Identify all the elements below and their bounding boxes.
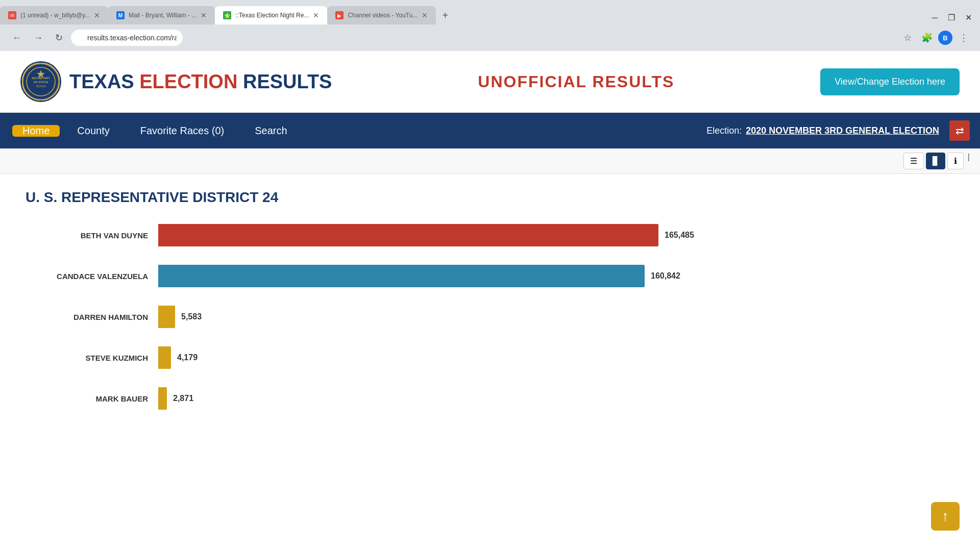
- minimize-button[interactable]: ─: [928, 11, 942, 24]
- seal-svg: SECRETARY OF STATE TEXAS: [22, 63, 60, 101]
- tab-3-title: ::Texas Election Night Re...: [235, 12, 309, 19]
- candidate-name-2: DARREN HAMILTON: [26, 313, 158, 321]
- info-view-button[interactable]: ℹ: [947, 153, 964, 169]
- nav-search-label: Search: [255, 125, 287, 137]
- maximize-button[interactable]: ❐: [944, 11, 959, 24]
- tab-3-favicon: ⭐: [223, 11, 231, 19]
- tab-2-favicon: M: [116, 11, 125, 19]
- tab-1[interactable]: ✉ (1 unread) - w_billyb@y... ✕: [0, 6, 108, 24]
- candidate-name-4: MARK BAUER: [26, 394, 158, 403]
- seal: SECRETARY OF STATE TEXAS: [20, 61, 61, 102]
- list-view-button[interactable]: ☰: [903, 153, 924, 169]
- refresh-button[interactable]: ↻: [51, 30, 67, 45]
- nav-home[interactable]: Home: [12, 125, 60, 137]
- chart-row-0: BETH VAN DUYNE 165,485: [26, 221, 954, 249]
- nav-election-prefix: Election:: [706, 126, 742, 136]
- tab-4-title: Channel videos - YouTu...: [348, 12, 418, 19]
- svg-text:OF STATE: OF STATE: [34, 81, 48, 84]
- candidate-name-3: STEVE KUZMICH: [26, 354, 158, 362]
- site-logo: SECRETARY OF STATE TEXAS TEXAS ELECTION …: [20, 61, 332, 102]
- title-election: ELECTION: [139, 71, 243, 92]
- vote-count-2: 5,583: [181, 312, 202, 321]
- bar-area-0: 165,485: [158, 223, 954, 247]
- nav-search[interactable]: Search: [239, 113, 302, 148]
- chart-row-4: MARK BAUER 2,871: [26, 384, 954, 413]
- nav-election-name[interactable]: 2020 NOVEMBER 3RD GENERAL ELECTION: [746, 126, 939, 136]
- vote-count-1: 160,842: [651, 271, 680, 281]
- tab-4[interactable]: ▶ Channel videos - YouTu... ✕: [327, 6, 436, 24]
- tab-1-close[interactable]: ✕: [94, 11, 100, 19]
- tab-4-favicon: ▶: [335, 11, 344, 19]
- vote-count-4: 2,871: [173, 394, 193, 403]
- title-results: RESULTS: [243, 71, 332, 92]
- bar-4: [158, 387, 167, 410]
- menu-button[interactable]: ⋮: [955, 30, 972, 46]
- toolbar-right: ☆ 🧩 B ⋮: [899, 30, 972, 46]
- nav-favorite-races-label: Favorite Races (0): [140, 125, 225, 137]
- race-title: U. S. REPRESENTATIVE DISTRICT 24: [26, 189, 954, 206]
- nav-election: Election: 2020 NOVEMBER 3RD GENERAL ELEC…: [706, 120, 970, 141]
- bookmark-button[interactable]: ☆: [899, 30, 916, 46]
- extensions-button[interactable]: 🧩: [919, 30, 935, 46]
- view-controls: ☰ ▊ ℹ |: [0, 148, 980, 174]
- new-tab-button[interactable]: +: [436, 6, 454, 24]
- bar-area-4: 2,871: [158, 386, 954, 411]
- close-button[interactable]: ✕: [961, 11, 976, 24]
- view-change-button[interactable]: View/Change Election here: [820, 68, 960, 95]
- bar-area-3: 4,179: [158, 345, 954, 370]
- unofficial-label: UNOFFICIAL RESULTS: [478, 72, 674, 91]
- nav-toggle-button[interactable]: ⇄: [949, 120, 970, 141]
- chart-wrapper: BETH VAN DUYNE 165,485 CANDACE VALENZUEL…: [26, 221, 954, 413]
- bar-area-1: 160,842: [158, 264, 954, 288]
- tab-3[interactable]: ⭐ ::Texas Election Night Re... ✕: [215, 6, 327, 24]
- nav-county-label: County: [77, 125, 109, 137]
- forward-button[interactable]: →: [30, 31, 47, 45]
- tab-1-favicon: ✉: [8, 11, 16, 19]
- address-wrapper: 🔒: [71, 30, 428, 46]
- bar-3: [158, 346, 171, 369]
- nav-home-label: Home: [22, 125, 50, 137]
- address-bar: ← → ↻ 🔒 ☆ 🧩 B ⋮: [0, 24, 980, 51]
- tab-2[interactable]: M Mail - Bryant, William - ... ✕: [108, 6, 215, 24]
- bar-1: [158, 265, 645, 287]
- nav-bar: Home County Favorite Races (0) Search El…: [0, 113, 980, 148]
- tab-3-close[interactable]: ✕: [313, 11, 319, 19]
- vote-count-3: 4,179: [177, 353, 198, 362]
- tab-4-close[interactable]: ✕: [422, 11, 428, 19]
- site-header: SECRETARY OF STATE TEXAS TEXAS ELECTION …: [0, 51, 980, 113]
- nav-county[interactable]: County: [62, 113, 125, 148]
- bar-0: [158, 224, 658, 246]
- bar-chart-view-button[interactable]: ▊: [926, 153, 945, 169]
- tab-2-title: Mail - Bryant, William - ...: [129, 12, 197, 19]
- vote-count-0: 165,485: [665, 231, 694, 240]
- chart-rows: BETH VAN DUYNE 165,485 CANDACE VALENZUEL…: [26, 221, 954, 413]
- chart-row-3: STEVE KUZMICH 4,179: [26, 343, 954, 372]
- tab-1-title: (1 unread) - w_billyb@y...: [20, 12, 90, 19]
- chart-row-1: CANDACE VALENZUELA 160,842: [26, 262, 954, 290]
- cursor-indicator: |: [968, 153, 970, 169]
- site-title: TEXAS ELECTION RESULTS: [69, 71, 332, 93]
- bar-area-2: 5,583: [158, 305, 954, 329]
- candidate-name-0: BETH VAN DUYNE: [26, 231, 158, 240]
- browser-chrome: ✉ (1 unread) - w_billyb@y... ✕ M Mail - …: [0, 0, 980, 51]
- address-input[interactable]: [71, 30, 183, 46]
- scroll-up-button[interactable]: ↑: [931, 502, 960, 531]
- nav-favorite-races[interactable]: Favorite Races (0): [125, 113, 240, 148]
- window-controls: ─ ❐ ✕: [928, 11, 980, 24]
- svg-text:TEXAS: TEXAS: [36, 85, 46, 88]
- back-button[interactable]: ←: [8, 31, 26, 45]
- svg-text:SECRETARY: SECRETARY: [32, 77, 50, 80]
- main-content: U. S. REPRESENTATIVE DISTRICT 24 BETH VA…: [0, 174, 980, 440]
- tab-bar: ✉ (1 unread) - w_billyb@y... ✕ M Mail - …: [0, 0, 980, 24]
- bar-2: [158, 306, 175, 328]
- profile-button[interactable]: B: [938, 31, 952, 45]
- chart-row-2: DARREN HAMILTON 5,583: [26, 303, 954, 331]
- tab-2-close[interactable]: ✕: [201, 11, 207, 19]
- title-texas: TEXAS: [69, 71, 139, 92]
- candidate-name-1: CANDACE VALENZUELA: [26, 272, 158, 281]
